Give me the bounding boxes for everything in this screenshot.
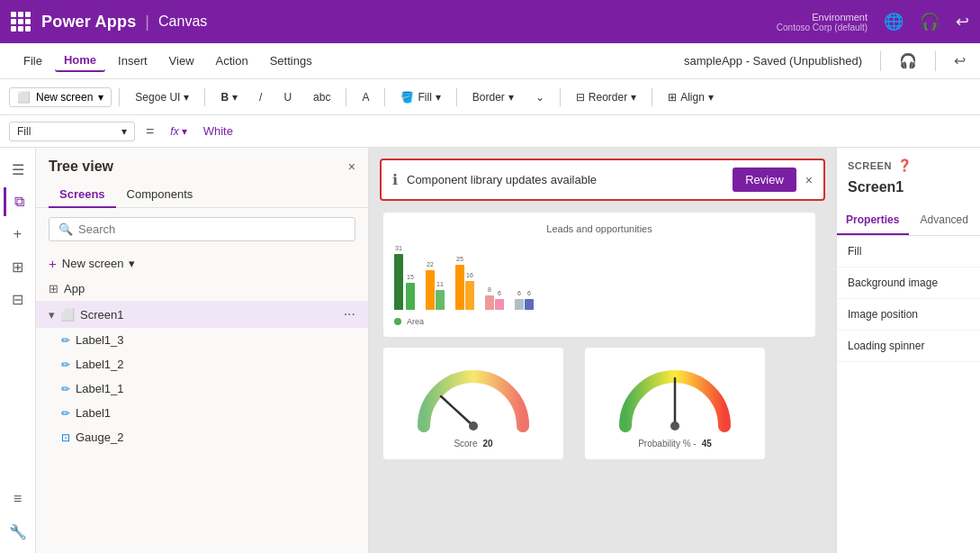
- tree-item-screen1[interactable]: ▾ ⬜ Screen1 ···: [36, 301, 368, 328]
- toolbar-sep1: [119, 88, 120, 106]
- menu-home[interactable]: Home: [55, 50, 105, 72]
- formula-equals: =: [146, 123, 154, 140]
- menu-settings[interactable]: Settings: [261, 50, 321, 71]
- label-icon-1-3: ✏: [61, 334, 70, 347]
- chevron-down-icon2: ▾: [184, 91, 189, 104]
- reorder-button[interactable]: ⊟ Reorder ▾: [568, 86, 644, 108]
- database-icon[interactable]: ⊞: [4, 252, 32, 281]
- search-input[interactable]: [78, 222, 346, 236]
- screen-nav-icon[interactable]: ⊟: [4, 285, 32, 313]
- notification-close-button[interactable]: ×: [805, 173, 813, 187]
- font-select-button[interactable]: Segoe UI▾: [127, 86, 197, 108]
- fill-icon: 🪣: [400, 91, 414, 104]
- gauge2-value: 45: [702, 439, 712, 449]
- bar-label-10: 6: [527, 290, 531, 296]
- title-separator: |: [145, 13, 149, 32]
- globe-icon[interactable]: 🌐: [884, 12, 904, 32]
- menu-file[interactable]: File: [14, 50, 51, 71]
- new-screen-tree-button[interactable]: + New screen ▾: [36, 250, 368, 276]
- bar-6: 16: [465, 281, 474, 310]
- formula-value: White: [203, 124, 233, 138]
- menu-action[interactable]: Action: [207, 50, 257, 71]
- toolbar-sep7: [652, 88, 652, 106]
- undo-icon[interactable]: ↩: [956, 12, 969, 32]
- menubar-right: sampleApp - Saved (Unpublished) 🎧 ↩: [684, 51, 966, 71]
- toolbar: ⬜ New screen ▾ Segoe UI▾ B▾ / U abc A 🪣 …: [0, 79, 980, 115]
- bar-7: 8: [485, 295, 494, 310]
- menubar-divider2: [935, 51, 936, 71]
- tree-item-app[interactable]: ⊞ App: [36, 276, 368, 301]
- label-icon-1: ✏: [61, 407, 70, 420]
- bar-5: 25: [455, 265, 464, 310]
- grid-icon[interactable]: [11, 12, 31, 32]
- tree-item-gauge2[interactable]: ⊡ Gauge_2: [36, 425, 368, 449]
- hamburger-icon[interactable]: ☰: [4, 155, 32, 184]
- border-button[interactable]: Border ▾: [464, 86, 522, 108]
- label1-1-text: Label1_1: [76, 382, 355, 395]
- wrench-icon[interactable]: 🔧: [4, 517, 32, 546]
- tree-item-label1-1[interactable]: ✏ Label1_1: [36, 376, 368, 401]
- gauge1-label: Score: [454, 439, 477, 449]
- fx-label: fx: [170, 125, 178, 138]
- main-layout: ☰ ⧉ + ⊞ ⊟ ≡ 🔧 Tree view × Screens Compon…: [0, 148, 980, 553]
- tab-advanced[interactable]: Advanced: [909, 206, 981, 235]
- layers-icon[interactable]: ⧉: [4, 187, 32, 216]
- chevron-down-icon6: ▾: [631, 91, 636, 104]
- label-icon-1-1: ✏: [61, 383, 70, 395]
- tab-screens[interactable]: Screens: [49, 182, 116, 208]
- chevron-down-icon7: ▾: [708, 91, 714, 104]
- plus-icon[interactable]: +: [4, 220, 32, 249]
- fx-button[interactable]: fx ▾: [165, 123, 192, 140]
- comments-icon[interactable]: 🎧: [899, 52, 917, 69]
- legend-label: Area: [407, 317, 424, 326]
- bar-4: 11: [436, 290, 445, 310]
- tab-components[interactable]: Components: [116, 182, 204, 208]
- environment-value: Contoso Corp (default): [777, 23, 868, 32]
- align-button[interactable]: ⊞ Align ▾: [660, 86, 722, 108]
- fill-button[interactable]: 🪣 Fill ▾: [392, 86, 448, 108]
- notification-text: Component library updates available: [407, 173, 724, 186]
- headset-icon[interactable]: 🎧: [920, 12, 940, 32]
- canvas-area: ℹ Component library updates available Re…: [369, 148, 836, 553]
- strikethrough-button[interactable]: abc: [305, 86, 338, 108]
- help-icon[interactable]: ❓: [897, 159, 913, 172]
- bold-button[interactable]: B▾: [212, 86, 246, 108]
- toolbar-sep4: [384, 88, 385, 106]
- tree-item-label1-3[interactable]: ✏ Label1_3: [36, 328, 368, 352]
- review-button[interactable]: Review: [733, 168, 796, 192]
- tree-tabs: Screens Components: [36, 182, 368, 208]
- dropdown-button[interactable]: ⌄: [527, 86, 553, 108]
- svg-point-1: [469, 422, 478, 431]
- gauge-svg-2: [612, 358, 738, 435]
- toolbar-sep6: [560, 88, 561, 106]
- tree-search-box[interactable]: 🔍: [49, 217, 355, 241]
- prop-image-position[interactable]: Image position: [837, 299, 980, 331]
- plugin-icon[interactable]: ≡: [4, 485, 32, 513]
- bar-group-4: 25 16: [455, 265, 474, 310]
- undo-menu-icon[interactable]: ↩: [954, 52, 966, 69]
- prop-fill[interactable]: Fill: [837, 236, 980, 267]
- chevron-down-icon5: ▾: [508, 91, 514, 104]
- bar-group-5: 8 6: [485, 295, 504, 310]
- screen1-more-button[interactable]: ···: [344, 306, 355, 322]
- menu-view[interactable]: View: [160, 50, 203, 71]
- menubar-divider: [880, 51, 881, 71]
- underline-button[interactable]: U: [275, 86, 300, 108]
- toolbar-sep2: [204, 88, 205, 106]
- tree-item-label1[interactable]: ✏ Label1: [36, 401, 368, 425]
- gauge-svg-1: [410, 358, 536, 435]
- italic-button[interactable]: /: [251, 86, 270, 108]
- property-selector[interactable]: Fill ▾: [9, 122, 135, 141]
- tree-close-button[interactable]: ×: [348, 159, 355, 174]
- new-screen-button[interactable]: ⬜ New screen ▾: [9, 87, 112, 107]
- tree-item-label1-2[interactable]: ✏ Label1_2: [36, 352, 368, 376]
- font-color-button[interactable]: A: [354, 86, 377, 108]
- prop-background-image[interactable]: Background image: [837, 267, 980, 299]
- bar-8: 6: [495, 299, 504, 310]
- property-chevron: ▾: [121, 125, 127, 138]
- menu-insert[interactable]: Insert: [109, 50, 157, 71]
- prop-loading-spinner[interactable]: Loading spinner: [837, 331, 980, 362]
- gauge2-label: Probability % -: [638, 439, 696, 449]
- bar-chart: 31 15 22: [394, 241, 805, 313]
- tab-properties[interactable]: Properties: [837, 206, 909, 235]
